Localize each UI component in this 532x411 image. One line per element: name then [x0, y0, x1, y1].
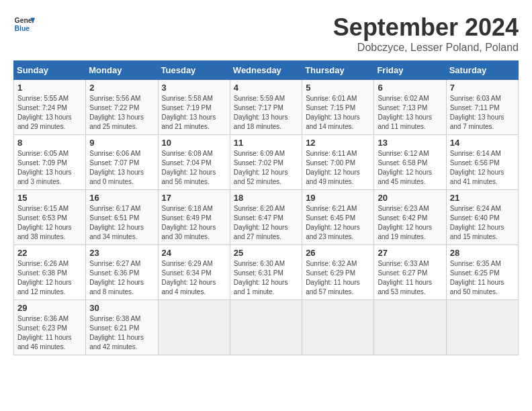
- day-of-week-header: Wednesday: [230, 61, 302, 80]
- day-info: Sunrise: 5:55 AM Sunset: 7:24 PM Dayligh…: [17, 94, 82, 132]
- day-info: Sunrise: 6:23 AM Sunset: 6:42 PM Dayligh…: [378, 204, 442, 242]
- day-info: Sunrise: 5:59 AM Sunset: 7:17 PM Dayligh…: [234, 94, 298, 132]
- calendar-day-cell: [446, 300, 518, 355]
- day-number: 19: [306, 193, 370, 203]
- day-info: Sunrise: 6:27 AM Sunset: 6:36 PM Dayligh…: [89, 259, 154, 297]
- day-number: 23: [89, 248, 154, 258]
- day-number: 17: [162, 193, 226, 203]
- day-number: 28: [450, 248, 515, 258]
- day-number: 24: [162, 248, 226, 258]
- calendar-day-cell: 17Sunrise: 6:18 AM Sunset: 6:49 PM Dayli…: [158, 190, 230, 245]
- logo-icon: General Blue: [13, 13, 35, 35]
- day-number: 16: [89, 193, 154, 203]
- day-info: Sunrise: 6:32 AM Sunset: 6:29 PM Dayligh…: [306, 259, 370, 297]
- calendar-day-cell: 4Sunrise: 5:59 AM Sunset: 7:17 PM Daylig…: [230, 80, 302, 135]
- day-info: Sunrise: 6:05 AM Sunset: 7:09 PM Dayligh…: [17, 149, 82, 187]
- calendar-day-cell: 1Sunrise: 5:55 AM Sunset: 7:24 PM Daylig…: [14, 80, 86, 135]
- day-info: Sunrise: 6:03 AM Sunset: 7:11 PM Dayligh…: [450, 94, 515, 132]
- calendar-day-cell: 10Sunrise: 6:08 AM Sunset: 7:04 PM Dayli…: [158, 135, 230, 190]
- day-number: 15: [17, 193, 82, 203]
- day-number: 13: [378, 138, 442, 148]
- calendar-day-cell: 20Sunrise: 6:23 AM Sunset: 6:42 PM Dayli…: [374, 190, 446, 245]
- day-info: Sunrise: 6:08 AM Sunset: 7:04 PM Dayligh…: [162, 149, 226, 187]
- day-number: 14: [450, 138, 515, 148]
- calendar-day-cell: 13Sunrise: 6:12 AM Sunset: 6:58 PM Dayli…: [374, 135, 446, 190]
- calendar-day-cell: 2Sunrise: 5:56 AM Sunset: 7:22 PM Daylig…: [86, 80, 158, 135]
- calendar-day-cell: 21Sunrise: 6:24 AM Sunset: 6:40 PM Dayli…: [446, 190, 518, 245]
- title-block: September 2024 Dobczyce, Lesser Poland, …: [333, 13, 519, 54]
- calendar-subtitle: Dobczyce, Lesser Poland, Poland: [333, 42, 519, 54]
- calendar-day-cell: 18Sunrise: 6:20 AM Sunset: 6:47 PM Dayli…: [230, 190, 302, 245]
- day-info: Sunrise: 6:01 AM Sunset: 7:15 PM Dayligh…: [306, 94, 370, 132]
- day-number: 8: [17, 138, 82, 148]
- day-info: Sunrise: 6:17 AM Sunset: 6:51 PM Dayligh…: [89, 204, 154, 242]
- day-info: Sunrise: 6:14 AM Sunset: 6:56 PM Dayligh…: [450, 149, 515, 187]
- calendar-day-cell: 14Sunrise: 6:14 AM Sunset: 6:56 PM Dayli…: [446, 135, 518, 190]
- day-number: 5: [306, 83, 370, 93]
- calendar-header-row: SundayMondayTuesdayWednesdayThursdayFrid…: [14, 61, 519, 80]
- svg-text:Blue: Blue: [15, 25, 30, 32]
- day-info: Sunrise: 6:29 AM Sunset: 6:34 PM Dayligh…: [162, 259, 226, 297]
- day-number: 29: [17, 303, 82, 313]
- calendar-day-cell: [374, 300, 446, 355]
- logo: General Blue: [13, 13, 35, 35]
- calendar-day-cell: 25Sunrise: 6:30 AM Sunset: 6:31 PM Dayli…: [230, 245, 302, 300]
- calendar-day-cell: 26Sunrise: 6:32 AM Sunset: 6:29 PM Dayli…: [302, 245, 374, 300]
- day-number: 22: [17, 248, 82, 258]
- day-info: Sunrise: 6:09 AM Sunset: 7:02 PM Dayligh…: [234, 149, 298, 187]
- day-info: Sunrise: 6:02 AM Sunset: 7:13 PM Dayligh…: [378, 94, 442, 132]
- calendar-week-row: 15Sunrise: 6:15 AM Sunset: 6:53 PM Dayli…: [14, 190, 519, 245]
- day-number: 12: [306, 138, 370, 148]
- day-number: 1: [17, 83, 82, 93]
- day-info: Sunrise: 6:15 AM Sunset: 6:53 PM Dayligh…: [17, 204, 82, 242]
- calendar-day-cell: 16Sunrise: 6:17 AM Sunset: 6:51 PM Dayli…: [86, 190, 158, 245]
- day-info: Sunrise: 6:24 AM Sunset: 6:40 PM Dayligh…: [450, 204, 515, 242]
- day-of-week-header: Monday: [86, 61, 158, 80]
- calendar-day-cell: 24Sunrise: 6:29 AM Sunset: 6:34 PM Dayli…: [158, 245, 230, 300]
- day-number: 2: [89, 83, 154, 93]
- calendar-day-cell: 27Sunrise: 6:33 AM Sunset: 6:27 PM Dayli…: [374, 245, 446, 300]
- day-info: Sunrise: 6:06 AM Sunset: 7:07 PM Dayligh…: [89, 149, 154, 187]
- day-number: 20: [378, 193, 442, 203]
- calendar-week-row: 29Sunrise: 6:36 AM Sunset: 6:23 PM Dayli…: [14, 300, 519, 355]
- calendar-day-cell: 23Sunrise: 6:27 AM Sunset: 6:36 PM Dayli…: [86, 245, 158, 300]
- day-info: Sunrise: 5:56 AM Sunset: 7:22 PM Dayligh…: [89, 94, 154, 132]
- day-info: Sunrise: 6:11 AM Sunset: 7:00 PM Dayligh…: [306, 149, 370, 187]
- day-number: 25: [234, 248, 298, 258]
- day-info: Sunrise: 6:35 AM Sunset: 6:25 PM Dayligh…: [450, 259, 515, 297]
- day-info: Sunrise: 6:21 AM Sunset: 6:45 PM Dayligh…: [306, 204, 370, 242]
- day-info: Sunrise: 6:26 AM Sunset: 6:38 PM Dayligh…: [17, 259, 82, 297]
- day-number: 6: [378, 83, 442, 93]
- calendar-day-cell: 11Sunrise: 6:09 AM Sunset: 7:02 PM Dayli…: [230, 135, 302, 190]
- day-info: Sunrise: 6:38 AM Sunset: 6:21 PM Dayligh…: [89, 314, 154, 352]
- day-of-week-header: Sunday: [14, 61, 86, 80]
- day-number: 4: [234, 83, 298, 93]
- calendar-day-cell: 3Sunrise: 5:58 AM Sunset: 7:19 PM Daylig…: [158, 80, 230, 135]
- calendar-day-cell: 15Sunrise: 6:15 AM Sunset: 6:53 PM Dayli…: [14, 190, 86, 245]
- calendar-week-row: 8Sunrise: 6:05 AM Sunset: 7:09 PM Daylig…: [14, 135, 519, 190]
- calendar-day-cell: [302, 300, 374, 355]
- day-info: Sunrise: 6:30 AM Sunset: 6:31 PM Dayligh…: [234, 259, 298, 297]
- day-info: Sunrise: 6:20 AM Sunset: 6:47 PM Dayligh…: [234, 204, 298, 242]
- day-number: 7: [450, 83, 515, 93]
- day-number: 3: [162, 83, 226, 93]
- day-number: 27: [378, 248, 442, 258]
- day-number: 30: [89, 303, 154, 313]
- day-number: 10: [162, 138, 226, 148]
- day-of-week-header: Friday: [374, 61, 446, 80]
- calendar-day-cell: 7Sunrise: 6:03 AM Sunset: 7:11 PM Daylig…: [446, 80, 518, 135]
- calendar-title: September 2024: [333, 13, 519, 42]
- calendar-table: SundayMondayTuesdayWednesdayThursdayFrid…: [13, 60, 519, 355]
- day-of-week-header: Thursday: [302, 61, 374, 80]
- page-header: General Blue September 2024 Dobczyce, Le…: [13, 13, 519, 54]
- calendar-day-cell: 5Sunrise: 6:01 AM Sunset: 7:15 PM Daylig…: [302, 80, 374, 135]
- day-info: Sunrise: 6:33 AM Sunset: 6:27 PM Dayligh…: [378, 259, 442, 297]
- day-number: 9: [89, 138, 154, 148]
- calendar-week-row: 1Sunrise: 5:55 AM Sunset: 7:24 PM Daylig…: [14, 80, 519, 135]
- calendar-day-cell: [158, 300, 230, 355]
- day-info: Sunrise: 6:18 AM Sunset: 6:49 PM Dayligh…: [162, 204, 226, 242]
- day-info: Sunrise: 6:36 AM Sunset: 6:23 PM Dayligh…: [17, 314, 82, 352]
- calendar-day-cell: 8Sunrise: 6:05 AM Sunset: 7:09 PM Daylig…: [14, 135, 86, 190]
- day-of-week-header: Tuesday: [158, 61, 230, 80]
- day-number: 11: [234, 138, 298, 148]
